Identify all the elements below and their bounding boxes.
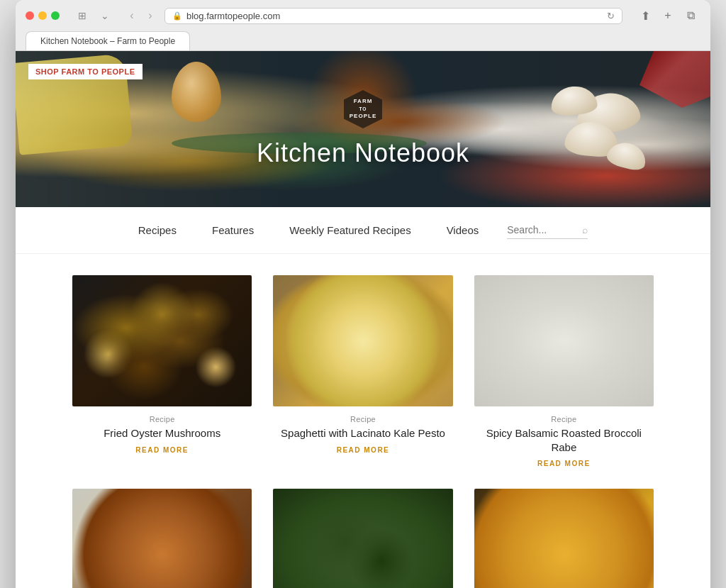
forward-button[interactable]: › <box>142 7 159 24</box>
recipe-image-2 <box>273 275 452 406</box>
reload-icon[interactable]: ↻ <box>607 11 615 21</box>
active-tab[interactable]: Kitchen Notebook – Farm to People <box>26 31 190 50</box>
hero-logo: FARMtoPEOPLE <box>257 90 469 133</box>
recipe-image-5 <box>273 489 452 588</box>
sidebar-toggle-button[interactable]: ⊞ <box>72 7 92 24</box>
sidebar-toggle-group: ⊞ ⌄ <box>72 7 115 24</box>
recipe-name-1: Fried Oyster Mushrooms <box>104 426 220 440</box>
search-icon[interactable]: ⌕ <box>582 224 588 235</box>
hero-center-content: FARMtoPEOPLE Kitchen Notebook <box>257 90 469 168</box>
shop-badge[interactable]: SHOP FARM TO PEOPLE <box>28 64 143 79</box>
tab-grid-button[interactable]: ⧉ <box>681 7 700 24</box>
maximize-button[interactable] <box>51 11 60 20</box>
nav-weekly-featured[interactable]: Weekly Featured Recipes <box>289 224 411 236</box>
recipe-row-2 <box>72 489 654 588</box>
read-more-3[interactable]: READ MORE <box>537 460 591 467</box>
close-button[interactable] <box>26 11 34 20</box>
recipe-card-6[interactable] <box>474 489 654 588</box>
recipe-name-2: Spaghetti with Lacinato Kale Pesto <box>281 426 445 440</box>
nav-recipes[interactable]: Recipes <box>138 224 177 236</box>
traffic-lights <box>26 11 60 20</box>
recipe-card-1[interactable]: Recipe Fried Oyster Mushrooms READ MORE <box>72 275 252 467</box>
recipe-image-4 <box>72 489 252 588</box>
recipe-card-3[interactable]: Recipe Spicy Balsamic Roasted Broccoli R… <box>474 275 654 467</box>
recipe-card-4[interactable] <box>72 489 252 588</box>
recipe-category-2: Recipe <box>350 415 376 423</box>
nav-button-group: ‹ › <box>123 7 159 24</box>
tab-bar: Kitchen Notebook – Farm to People <box>26 31 700 50</box>
url-input[interactable] <box>186 11 603 21</box>
logo-hexagon: FARMtoPEOPLE <box>344 90 382 128</box>
read-more-1[interactable]: READ MORE <box>135 446 189 454</box>
site-nav: Recipes Features Weekly Featured Recipes… <box>16 207 710 254</box>
browser-action-buttons: ⬆ + ⧉ <box>635 7 700 24</box>
read-more-2[interactable]: READ MORE <box>337 446 390 454</box>
recipe-name-3: Spicy Balsamic Roasted Broccoli Rabe <box>474 426 654 454</box>
minimize-button[interactable] <box>38 11 47 20</box>
search-input[interactable] <box>507 224 578 235</box>
nav-features[interactable]: Features <box>212 224 254 236</box>
tab-overview-button[interactable]: ⌄ <box>95 7 115 24</box>
search-bar[interactable]: ⌕ <box>507 221 588 239</box>
hero-title: Kitchen Notebook <box>257 138 469 168</box>
tab-label: Kitchen Notebook – Farm to People <box>40 36 175 46</box>
new-tab-button[interactable]: + <box>658 7 678 24</box>
address-bar[interactable]: 🔒 ↻ <box>164 8 622 24</box>
share-button[interactable]: ⬆ <box>635 7 655 24</box>
nav-videos[interactable]: Videos <box>447 224 479 236</box>
recipe-image-1 <box>72 275 252 406</box>
recipe-image-6 <box>474 489 654 588</box>
nav-links: Recipes Features Weekly Featured Recipes… <box>138 224 479 236</box>
recipe-image-3 <box>474 275 654 406</box>
logo-text: FARMtoPEOPLE <box>350 98 376 120</box>
browser-chrome: ⊞ ⌄ ‹ › 🔒 ↻ ⬆ + ⧉ Kitchen Notebook – Far… <box>16 0 710 51</box>
recipe-card-2[interactable]: Recipe Spaghetti with Lacinato Kale Pest… <box>273 275 452 467</box>
recipe-card-5[interactable] <box>273 489 452 588</box>
recipe-row-1: Recipe Fried Oyster Mushrooms READ MORE … <box>72 275 654 467</box>
hero-banner: SHOP FARM TO PEOPLE FARMtoPEOPLE Kitchen… <box>16 51 710 207</box>
lock-icon: 🔒 <box>172 11 182 21</box>
page-content: SHOP FARM TO PEOPLE FARMtoPEOPLE Kitchen… <box>16 51 710 588</box>
recipe-grid: Recipe Fried Oyster Mushrooms READ MORE … <box>16 254 710 588</box>
recipe-category-3: Recipe <box>551 415 576 423</box>
browser-window: ⊞ ⌄ ‹ › 🔒 ↻ ⬆ + ⧉ Kitchen Notebook – Far… <box>16 0 710 588</box>
recipe-category-1: Recipe <box>150 415 175 423</box>
back-button[interactable]: ‹ <box>123 7 140 24</box>
